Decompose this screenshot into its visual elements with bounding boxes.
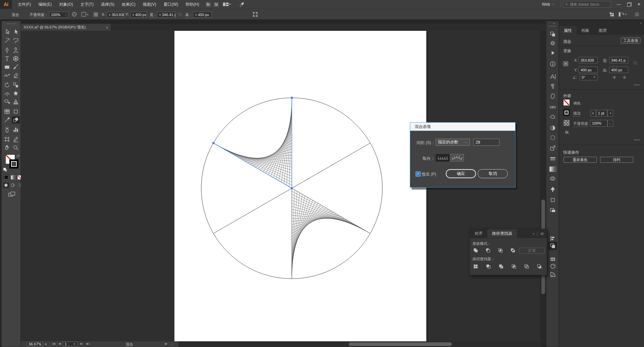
panel-menu-icon[interactable] <box>540 232 544 236</box>
next-artboard-icon[interactable]: ▶ <box>80 342 83 345</box>
flip-horizontal-icon[interactable] <box>612 75 617 80</box>
curvature-tool[interactable] <box>12 47 20 54</box>
stroke-swatch-black[interactable] <box>9 159 18 168</box>
line-segment-tool[interactable] <box>12 55 20 62</box>
tab-图层[interactable]: 图层 <box>594 26 611 35</box>
height-field[interactable]: 400 px <box>609 67 628 73</box>
zoom-level-field[interactable]: 66.67% <box>27 342 43 346</box>
column-graph-tool[interactable] <box>12 126 20 133</box>
last-artboard-icon[interactable]: ▶| <box>87 342 90 345</box>
recolor-artwork-icon[interactable] <box>71 11 77 17</box>
symbol-sprayer-tool[interactable] <box>3 126 11 133</box>
actions-play-panel-icon[interactable] <box>549 49 557 57</box>
minus-back-icon[interactable] <box>536 264 542 269</box>
creative-cloud-panel-icon[interactable] <box>549 113 557 121</box>
trim-icon[interactable] <box>485 264 491 269</box>
menu-item-7[interactable]: 视图(V) <box>139 0 160 9</box>
paragraph-panel-icon[interactable] <box>549 83 557 90</box>
eyedropper-tool[interactable] <box>3 116 11 124</box>
width-label[interactable]: 宽： <box>150 12 157 18</box>
pathfinder-panel-icon[interactable] <box>549 242 557 250</box>
width-field[interactable]: 346.41 p <box>609 57 628 63</box>
stroke-panel-icon[interactable] <box>549 155 557 163</box>
menu-item-2[interactable]: 编辑(E) <box>35 0 55 9</box>
collapse-dock-icon[interactable]: « <box>553 22 555 25</box>
fill-color-swatch[interactable] <box>564 99 570 106</box>
stroke-color-swatch[interactable] <box>564 110 570 116</box>
draw-behind-button[interactable] <box>10 183 16 188</box>
menu-item-9[interactable]: 帮助(H) <box>182 0 203 9</box>
panel-menu-icon[interactable] <box>634 12 640 17</box>
fx-button[interactable]: fx. <box>565 130 570 135</box>
hand-tool[interactable] <box>3 144 11 151</box>
stroke-label[interactable]: 描边 <box>573 111 581 117</box>
y-field[interactable]: 400 px <box>579 67 598 73</box>
blend-artwork[interactable] <box>174 31 426 341</box>
cancel-button[interactable]: 取消 <box>478 169 508 178</box>
panel-grip[interactable] <box>6 23 16 24</box>
tab-画板[interactable]: 画板 <box>577 26 594 35</box>
crop-icon[interactable] <box>511 264 517 269</box>
preview-checkbox[interactable]: ✓ <box>416 171 421 177</box>
minimize-button[interactable]: — <box>614 0 624 9</box>
pencil-tool[interactable] <box>3 72 11 79</box>
shape-builder-tool[interactable] <box>3 98 11 106</box>
tab-属性[interactable]: 属性 <box>559 26 577 35</box>
free-transform-icon[interactable] <box>252 11 258 17</box>
puppet-warp-tool[interactable] <box>12 90 20 97</box>
flip-vertical-icon[interactable] <box>622 75 627 80</box>
gradient-fan-panel-icon[interactable] <box>549 271 557 278</box>
divide-icon[interactable] <box>473 264 479 269</box>
perspective-grid-tool[interactable] <box>12 98 20 106</box>
blend-tool[interactable] <box>12 116 20 124</box>
pen-tool[interactable] <box>3 47 11 54</box>
collapse-panel-icon[interactable]: » <box>533 232 534 235</box>
gradient-mode-button[interactable] <box>10 175 16 180</box>
appearance-panel-icon[interactable] <box>549 124 557 132</box>
color-mode-button[interactable] <box>3 175 9 180</box>
height-label[interactable]: 高： <box>185 12 193 18</box>
stock-badge[interactable]: St <box>214 2 219 7</box>
prev-artboard-icon[interactable]: ◀ <box>58 342 61 345</box>
workspace-icon[interactable] <box>618 12 627 17</box>
brushes-panel-icon[interactable] <box>549 134 557 141</box>
eraser-tool[interactable] <box>12 72 20 79</box>
exclude-icon[interactable] <box>510 248 516 253</box>
swatches-panel-icon[interactable] <box>549 256 557 263</box>
status-options-icon[interactable]: ▶ <box>165 342 167 345</box>
opacity-field[interactable]: 100% <box>590 120 607 127</box>
align-panel-icon[interactable] <box>549 235 557 242</box>
transparency-panel-icon[interactable] <box>549 175 557 182</box>
type-tool[interactable] <box>3 55 11 62</box>
actions-gears-panel-icon[interactable] <box>549 40 557 47</box>
opentype-panel-icon[interactable] <box>549 92 557 100</box>
reference-point-icon[interactable] <box>563 60 569 68</box>
close-button[interactable]: ✕ <box>634 0 644 9</box>
links-panel-icon[interactable] <box>549 103 557 111</box>
steps-input[interactable]: 29 <box>473 139 499 146</box>
vertical-scrollbar[interactable] <box>540 31 546 341</box>
direct-selection-tool[interactable] <box>12 28 20 36</box>
opacity-arrow[interactable]: › <box>607 120 613 127</box>
zoom-chevron-icon[interactable]: ▼ <box>44 343 47 346</box>
opacity-label[interactable]: 不透明度： <box>30 12 48 18</box>
swap-fill-stroke-icon[interactable] <box>16 154 20 158</box>
height-field[interactable]: ▲▼400 px <box>193 12 212 18</box>
lasso-tool[interactable] <box>12 37 20 44</box>
link-dimensions-icon[interactable] <box>633 60 638 66</box>
artboard-options-panel-icon[interactable] <box>549 206 557 214</box>
arrange-button[interactable]: 排列 <box>600 157 633 163</box>
rotate-tool[interactable] <box>3 81 11 89</box>
export-panel-icon[interactable] <box>549 144 557 152</box>
document-tab[interactable]: XXXX.ai* @ 66.67% (RGB/GPU 预览) × <box>21 24 111 31</box>
tab-align[interactable]: 对齐 <box>470 229 487 238</box>
link-dimensions-icon[interactable] <box>177 12 182 17</box>
character-panel-icon[interactable] <box>549 73 557 80</box>
workspace-switcher[interactable]: Web <box>539 2 558 7</box>
stroke-stepper[interactable]: ▲▼ <box>591 110 596 117</box>
zoom-tool[interactable] <box>12 144 20 151</box>
restore-button[interactable] <box>624 0 634 9</box>
default-swatches-icon[interactable] <box>3 167 7 172</box>
rotate-field[interactable]: 0°▼ <box>580 74 598 80</box>
info-panel-icon[interactable] <box>549 60 557 68</box>
